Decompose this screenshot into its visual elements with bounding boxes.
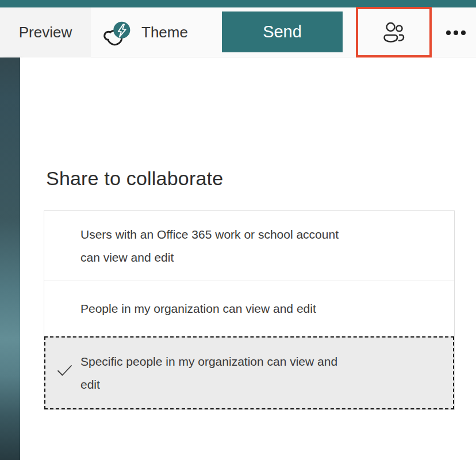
share-panel: Share to collaborate Specific people in … <box>20 57 476 460</box>
send-button-label: Send <box>263 22 302 41</box>
option-line: edit <box>80 373 437 396</box>
option-office365-account[interactable]: Users with an Office 365 work or school … <box>44 211 454 281</box>
check-icon <box>57 364 72 379</box>
option-line: Users with an Office 365 work or school … <box>80 223 437 246</box>
option-line: Specific people in my organization can v… <box>80 350 437 373</box>
collaborate-button[interactable] <box>358 9 429 55</box>
option-line: can view and edit <box>80 246 437 269</box>
send-button[interactable]: Send <box>222 12 343 52</box>
theme-button-label: Theme <box>141 24 188 41</box>
forms-share-page: Preview Theme Send <box>0 0 476 460</box>
preview-button-label: Preview <box>19 24 72 41</box>
annotation-highlight-box <box>356 7 432 57</box>
option-line: People in my organization can view and e… <box>80 297 437 320</box>
permission-options-list: Users with an Office 365 work or school … <box>44 210 455 410</box>
preview-button[interactable]: Preview <box>0 7 91 57</box>
theme-icon <box>102 16 138 50</box>
option-specific-people-selected[interactable]: Specific people in my organization can v… <box>44 336 454 409</box>
theme-background-strip <box>0 57 20 460</box>
ellipsis-icon <box>446 30 451 35</box>
more-options-button[interactable] <box>438 7 474 57</box>
theme-button[interactable]: Theme <box>98 7 193 57</box>
toolbar: Preview Theme Send <box>0 7 476 57</box>
page-title: Share to collaborate <box>46 167 223 190</box>
people-icon <box>381 20 407 45</box>
option-people-in-org[interactable]: People in my organization can view and e… <box>44 281 454 336</box>
